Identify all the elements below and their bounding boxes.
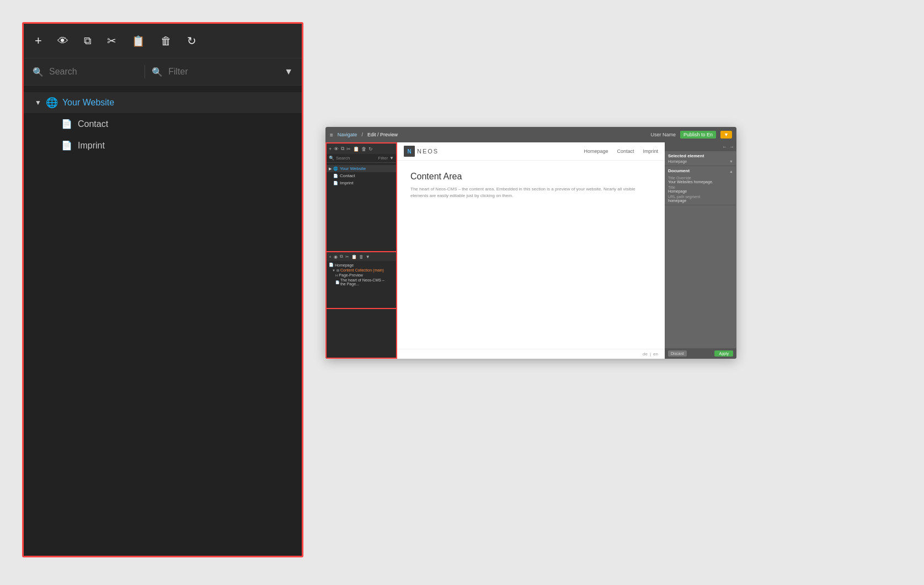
- cms-title-override-label: Title Override: [668, 176, 733, 180]
- bt-icon4[interactable]: ✂: [345, 254, 349, 259]
- filter-search-icon: 🔍: [152, 67, 163, 77]
- cms-selected-element: Selected element Homepage ▼: [665, 151, 736, 166]
- bt-icon5[interactable]: 📋: [351, 254, 357, 259]
- cms-url-label: URL path segment: [668, 195, 733, 199]
- cms-document-collapse[interactable]: ▲: [729, 169, 733, 173]
- cms-left-doc-icon-1: 📄: [333, 174, 338, 178]
- cms-lang-en[interactable]: en: [653, 352, 658, 357]
- left-panel: + 👁 ⧉ ✂ 📋 🗑 ↻ 🔍 🔍 ▼ ▼ 🌐 Your Website 📄: [22, 22, 303, 557]
- cms-right-expand-icon[interactable]: →: [729, 144, 734, 150]
- cms-title-value[interactable]: Homepage: [668, 189, 733, 193]
- cms-delete-icon[interactable]: 🗑: [361, 146, 366, 152]
- cms-nav-label[interactable]: Navigate: [338, 132, 357, 137]
- cms-bottom-child-label: Content Collection (main): [340, 268, 384, 272]
- cms-left-tree-root[interactable]: ▶ 🌐 Your Website: [327, 165, 396, 172]
- cms-cut-icon[interactable]: ✂: [346, 146, 351, 152]
- cms-left-doc-icon-2: 📄: [333, 181, 338, 185]
- cms-paste-icon[interactable]: 📋: [353, 146, 359, 152]
- cms-document-section: Document ▲ Title Override Your Websites …: [665, 166, 736, 205]
- paste-icon[interactable]: 📋: [132, 35, 145, 47]
- cms-visibility-icon[interactable]: 👁: [334, 146, 339, 152]
- cut-icon[interactable]: ✂: [107, 34, 116, 47]
- cms-bottom-leaf-1[interactable]: H Page-Preview: [329, 273, 394, 278]
- delete-icon[interactable]: 🗑: [161, 35, 172, 47]
- cms-apply-button[interactable]: Apply: [714, 350, 733, 357]
- cms-right-toolbar: ← →: [665, 142, 736, 151]
- cms-content-area: Content Area The heart of Neos-CMS – the…: [397, 161, 665, 349]
- bt-icon6[interactable]: 🗑: [359, 254, 364, 259]
- filter-input[interactable]: [168, 67, 279, 77]
- cms-menu-icon[interactable]: ≡: [330, 132, 333, 138]
- cms-left-filter-text: Filter: [378, 156, 388, 161]
- refresh-icon[interactable]: ↻: [187, 34, 196, 47]
- cms-topbar-sep: /: [361, 132, 363, 137]
- bt-icon3[interactable]: ⧉: [340, 254, 343, 259]
- search-bar: 🔍 🔍 ▼: [24, 59, 302, 86]
- cms-left-panel: + 👁 ⧉ ✂ 📋 🗑 ↻ 🔍 Search Filter ▼ ▶ 🌐 You: [325, 142, 397, 359]
- cms-left-contact-label: Contact: [340, 173, 355, 178]
- cms-document-label: Document: [668, 168, 690, 173]
- cms-bottom-toolbar: + ◉ ⧉ ✂ 📋 🗑 ▼: [327, 252, 396, 261]
- cms-left-tree-arrow: ▶: [329, 167, 332, 171]
- cms-orange-button[interactable]: ▼: [720, 131, 732, 139]
- cms-add-icon[interactable]: +: [329, 146, 332, 152]
- cms-body: + 👁 ⧉ ✂ 📋 🗑 ↻ 🔍 Search Filter ▼ ▶ 🌐 You: [325, 142, 736, 359]
- cms-main: N NEOS Homepage Contact Imprint Content …: [397, 142, 665, 359]
- cms-lang-de[interactable]: de: [643, 352, 648, 357]
- cms-bottom-root-label: Homepage: [335, 263, 354, 267]
- toolbar: + 👁 ⧉ ✂ 📋 🗑 ↻: [24, 24, 302, 59]
- cms-nav-imprint[interactable]: Imprint: [643, 148, 658, 154]
- tree-item-label-contact: Contact: [78, 119, 108, 129]
- cms-copy-icon[interactable]: ⧉: [341, 146, 344, 152]
- cms-left-imprint[interactable]: 📄 Imprint: [327, 179, 396, 187]
- cms-refresh-icon[interactable]: ↻: [368, 146, 373, 152]
- bt-dropdown[interactable]: ▼: [366, 254, 370, 259]
- cms-left-search-text: Search: [336, 156, 355, 161]
- cms-bottom-leaf1-label: Page-Preview: [339, 273, 363, 277]
- divider: [145, 65, 145, 78]
- bt-add[interactable]: +: [329, 254, 332, 259]
- cms-bottom-root[interactable]: 📄 Homepage: [329, 262, 394, 268]
- cms-nav-homepage[interactable]: Homepage: [584, 148, 608, 154]
- visibility-icon[interactable]: 👁: [57, 35, 68, 47]
- bt-leaf1-icon: H: [335, 274, 338, 277]
- tree-root-label: Your Website: [62, 98, 114, 108]
- cms-bottom-leaf-2[interactable]: 📄 The heart of Neos-CMS – the Page...: [329, 278, 394, 286]
- cms-bottom-leaf2-label: The heart of Neos-CMS – the Page...: [340, 278, 387, 286]
- cms-homepage-dropdown[interactable]: ▼: [729, 159, 733, 163]
- cms-right-panel: ← → Selected element Homepage ▼ Document…: [665, 142, 736, 359]
- cms-user-label[interactable]: User Name: [651, 132, 676, 137]
- cms-url-value[interactable]: homepage: [668, 199, 733, 203]
- add-icon[interactable]: +: [35, 34, 42, 48]
- cms-left-contact[interactable]: 📄 Contact: [327, 172, 396, 179]
- cms-publish-button[interactable]: Publish to En: [680, 131, 716, 139]
- bt-child-icon: ⊠: [337, 268, 339, 272]
- tree-item-imprint[interactable]: 📄 Imprint: [50, 135, 302, 156]
- cms-left-toolbar: + 👁 ⧉ ✂ 📋 🗑 ↻: [327, 143, 396, 154]
- tree-children: 📄 Contact 📄 Imprint: [24, 113, 302, 156]
- filter-dropdown-icon[interactable]: ▼: [284, 67, 293, 77]
- copy-icon[interactable]: ⧉: [84, 35, 92, 47]
- doc-icon-imprint: 📄: [61, 140, 72, 151]
- cms-editpreview-label[interactable]: Edit / Preview: [367, 132, 398, 137]
- search-input[interactable]: [49, 67, 121, 77]
- cms-content-title: Content Area: [410, 172, 651, 182]
- cms-bottom-child[interactable]: ▼ ⊠ Content Collection (main): [329, 268, 394, 273]
- cms-left-tree: ▶ 🌐 Your Website 📄 Contact 📄 Imprint: [327, 163, 396, 189]
- doc-icon-contact: 📄: [61, 119, 72, 129]
- cms-logo: N NEOS: [404, 146, 439, 157]
- cms-right-actions: Discard Apply: [665, 348, 736, 359]
- cms-brand-name: NEOS: [417, 148, 439, 155]
- screenshot-container: ≡ Navigate / Edit / Preview User Name Pu…: [325, 127, 736, 359]
- cms-right-close-icon[interactable]: ←: [722, 144, 727, 150]
- cms-discard-button[interactable]: Discard: [668, 350, 687, 357]
- cms-left-search: 🔍 Search Filter ▼: [327, 154, 396, 163]
- tree-root-item[interactable]: ▼ 🌐 Your Website: [24, 92, 302, 113]
- cms-bottom-tree: 📄 Homepage ▼ ⊠ Content Collection (main)…: [327, 261, 396, 288]
- tree-item-contact[interactable]: 📄 Contact: [50, 113, 302, 135]
- cms-nav-contact[interactable]: Contact: [617, 148, 634, 154]
- tree-collapse-icon: ▼: [35, 99, 41, 107]
- bt-icon2[interactable]: ◉: [334, 254, 338, 259]
- cms-left-filter-arrow[interactable]: ▼: [389, 156, 394, 161]
- cms-title-override-value[interactable]: Your Websites homepage.: [668, 180, 733, 184]
